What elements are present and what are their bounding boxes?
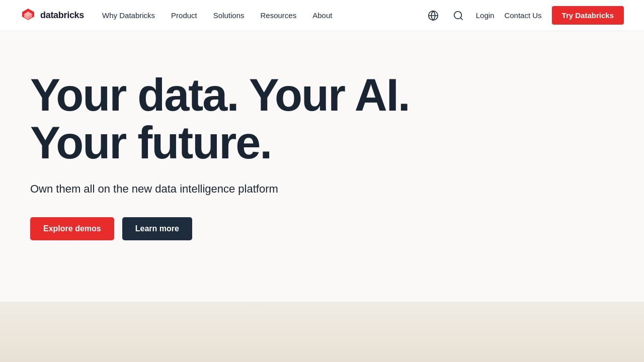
nav-right: Login Contact Us Try Databricks <box>426 6 624 25</box>
globe-button[interactable] <box>426 8 441 23</box>
nav-link-about[interactable]: About <box>312 11 332 20</box>
nav-links: Why Databricks Product Solutions Resourc… <box>102 11 332 20</box>
globe-icon <box>428 10 439 21</box>
logo-text: databricks <box>40 10 84 21</box>
try-databricks-button[interactable]: Try Databricks <box>552 6 624 25</box>
nav-link-product[interactable]: Product <box>171 11 197 20</box>
hero-headline: Your data. Your AI. Your future. <box>30 71 614 166</box>
navbar: databricks Why Databricks Product Soluti… <box>0 0 644 31</box>
hero-subheadline: Own them all on the new data intelligenc… <box>30 180 614 197</box>
nav-item-solutions[interactable]: Solutions <box>213 11 245 20</box>
learn-more-button[interactable]: Learn more <box>122 217 192 240</box>
hero-section: Your data. Your AI. Your future. Own the… <box>0 31 644 240</box>
nav-item-resources[interactable]: Resources <box>261 11 297 20</box>
contact-link[interactable]: Contact Us <box>504 11 541 20</box>
logo[interactable]: databricks <box>20 8 84 24</box>
search-icon <box>453 10 464 21</box>
svg-line-8 <box>460 18 462 20</box>
nav-left: databricks Why Databricks Product Soluti… <box>20 8 332 24</box>
hero-buttons: Explore demos Learn more <box>30 217 614 240</box>
login-link[interactable]: Login <box>476 11 495 20</box>
search-button[interactable] <box>451 8 466 23</box>
nav-item-about[interactable]: About <box>312 11 332 20</box>
bottom-gradient-section <box>0 302 644 362</box>
databricks-logo-icon <box>20 8 36 24</box>
explore-demos-button[interactable]: Explore demos <box>30 217 114 240</box>
hero-headline-line1: Your data. Your AI. <box>30 70 410 120</box>
nav-link-resources[interactable]: Resources <box>261 11 297 20</box>
nav-item-product[interactable]: Product <box>171 11 197 20</box>
hero-headline-line2: Your future. <box>30 118 271 168</box>
nav-item-why-databricks[interactable]: Why Databricks <box>102 11 155 20</box>
nav-link-solutions[interactable]: Solutions <box>213 11 245 20</box>
nav-link-why-databricks[interactable]: Why Databricks <box>102 11 155 20</box>
